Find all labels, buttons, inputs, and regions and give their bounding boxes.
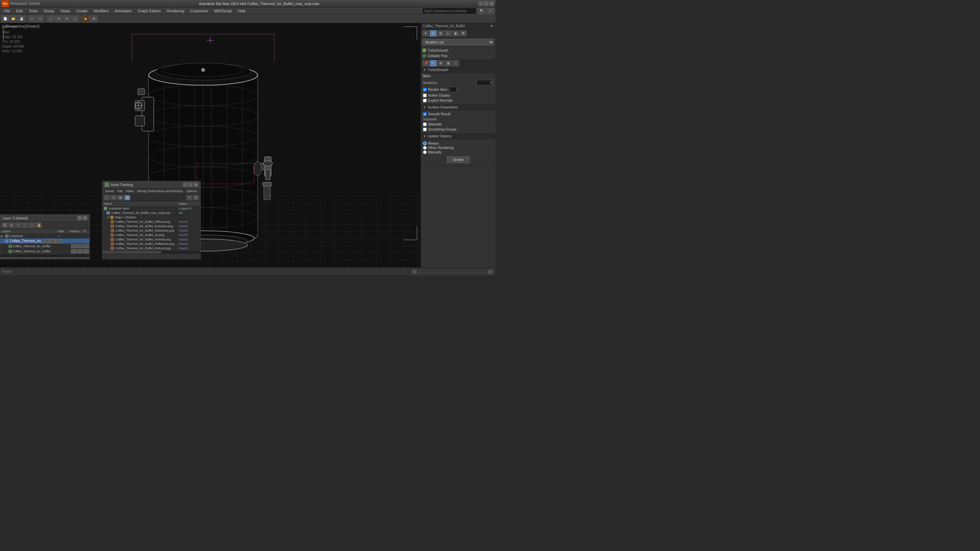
config-icon[interactable]: ⚙ — [437, 60, 444, 66]
modifier-turbosmooth[interactable]: TurboSmooth — [421, 48, 495, 53]
delete-mod-icon[interactable]: 🗑 — [445, 60, 452, 66]
asset-tool-1[interactable]: □ — [104, 195, 110, 200]
move-btn[interactable]: ✛ — [55, 15, 63, 22]
asset-row-ior[interactable]: Coffee_Thermos_for_Buffet_Ior.png Found — [102, 233, 200, 237]
search-input[interactable] — [422, 8, 476, 14]
update-button[interactable]: Update — [447, 156, 469, 163]
display-tab-btn[interactable]: ◉ — [452, 30, 459, 37]
save-btn[interactable]: 💾 — [18, 15, 25, 22]
layers-close-btn[interactable]: ✕ — [83, 216, 88, 221]
layer-row-default[interactable]: ▶ 0 (default) ✓ — [0, 234, 89, 238]
layer-row-thermos[interactable]: ▼ — [0, 238, 89, 244]
render-iters-value[interactable]: 2 — [449, 87, 460, 92]
asset-row-diffuse[interactable]: Coffee_Thermos_for_Buffet_Diffuse.png Fo… — [102, 220, 200, 224]
menu-edit[interactable]: Edit — [14, 8, 25, 14]
menu-tools[interactable]: Tools — [26, 8, 40, 14]
rotate-btn[interactable]: ↻ — [63, 15, 71, 22]
asset-menu-options[interactable]: Options — [185, 189, 198, 193]
layers-down-btn[interactable]: ↓ — [29, 222, 35, 228]
asset-menu-bitmap[interactable]: Bitmap Performance and Memory — [136, 189, 185, 193]
asset-minimize-btn[interactable]: ─ — [183, 182, 188, 187]
asset-menu-file[interactable]: File — [116, 189, 124, 193]
menu-group[interactable]: Group — [41, 8, 57, 14]
asset-row-refract[interactable]: Coffee_Thermos_for_Buffet_Refract.png Fo… — [102, 246, 200, 251]
asset-help-btn[interactable]: ? — [186, 195, 192, 200]
utilities-tab-btn[interactable]: ⚒ — [460, 30, 466, 37]
smoothing-groups-checkbox[interactable] — [423, 127, 427, 131]
timeline[interactable] — [418, 270, 487, 273]
workspace-dropdown[interactable]: Workspace: Default — [10, 2, 40, 5]
scale-btn[interactable]: ⤢ — [72, 15, 79, 22]
always-radio[interactable] — [423, 141, 427, 145]
explicit-normals-checkbox[interactable] — [423, 98, 427, 102]
modify-icon[interactable]: ✎ — [430, 60, 437, 66]
asset-scrollbar-h[interactable] — [102, 251, 200, 253]
redo-btn[interactable]: ↪ — [37, 15, 44, 22]
layer-row-thermos3[interactable]: └ Coffee_Thermos_for_Buffet — [0, 249, 89, 254]
iterations-value[interactable]: 0 — [476, 80, 493, 86]
asset-row-glossines[interactable]: Coffee_Thermos_for_Buffet_Glossines.png … — [102, 229, 200, 233]
menu-maxscript[interactable]: MAXScript — [211, 8, 234, 14]
asset-maximize-btn[interactable]: □ — [188, 182, 193, 187]
layers-scrollbar[interactable] — [0, 254, 89, 259]
search-icon[interactable]: 🔍 — [478, 8, 485, 14]
layer-name-input[interactable] — [9, 239, 43, 243]
asset-row-normal[interactable]: Coffee_Thermos_for_Buffet_Normal.png Fou… — [102, 237, 200, 242]
asset-row-emissive[interactable]: Coffee_Thermos_for_Buffet_Emissive.png F… — [102, 224, 200, 229]
materials-checkbox[interactable] — [423, 122, 427, 126]
hierarchy-tab-btn[interactable]: ⊞ — [437, 30, 444, 37]
layers-add-btn[interactable]: + — [15, 222, 21, 228]
menu-rendering[interactable]: Rendering — [164, 8, 187, 14]
asset-refresh-btn[interactable]: ↻ — [193, 195, 199, 200]
motion-tab-btn[interactable]: ▷ — [445, 30, 452, 37]
layers-lock-btn[interactable]: 🔒 — [36, 222, 42, 228]
when-rendering-radio[interactable] — [423, 146, 427, 150]
asset-close-btn[interactable]: ✕ — [194, 182, 198, 187]
menu-graph-editors[interactable]: Graph Editors — [135, 8, 164, 14]
menu-modifiers[interactable]: Modifiers — [91, 8, 111, 14]
render-btn[interactable]: ▶ — [82, 15, 89, 22]
select-btn[interactable]: ⊹ — [47, 15, 54, 22]
modify-tab-btn[interactable]: ⊡ — [430, 30, 437, 37]
menu-customize[interactable]: Customize — [188, 8, 211, 14]
asset-row-maps-folder[interactable]: ▼ Maps / Shaders — [102, 215, 200, 220]
close-button[interactable]: ✕ — [489, 2, 494, 6]
asset-menu-server[interactable]: Server — [104, 189, 116, 193]
isoline-checkbox[interactable] — [423, 94, 427, 97]
move-up-icon[interactable]: ↑ — [452, 60, 459, 66]
menu-help[interactable]: Help — [235, 8, 248, 14]
help-icon[interactable]: ? — [487, 8, 494, 14]
asset-row-file[interactable]: Coffee_Thermos_for_Buffet_max_vray.max O… — [102, 211, 200, 215]
asset-tool-4[interactable]: ▤ — [124, 195, 130, 200]
menu-views[interactable]: Views — [57, 8, 73, 14]
asset-row-reflection[interactable]: Coffee_Thermos_for_Buffet_Reflection.png… — [102, 242, 200, 246]
layers-up-btn[interactable]: ↑ — [22, 222, 28, 228]
viewport[interactable]: [+][Perspective][Shaded] Total Polys: 28… — [0, 23, 421, 267]
layers-new-btn[interactable]: ☰ — [2, 222, 8, 228]
undo-btn[interactable]: ↩ — [28, 15, 36, 22]
asset-tool-3[interactable]: ⊞ — [118, 195, 124, 200]
menu-create[interactable]: Create — [73, 8, 90, 14]
layers-help-btn[interactable]: ? — [77, 216, 82, 221]
layer-row-thermos2[interactable]: └ Coffee_Thermos_for_Buffet — [0, 244, 89, 249]
new-btn[interactable]: 📄 — [2, 15, 9, 22]
time-slider-end[interactable]: ► — [488, 269, 493, 274]
menu-animation[interactable]: Animation — [112, 8, 134, 14]
minimize-button[interactable]: ─ — [479, 2, 483, 6]
smooth-result-checkbox[interactable] — [423, 112, 427, 116]
render-iters-checkbox[interactable] — [423, 88, 427, 92]
render-settings-btn[interactable]: ⚙ — [90, 15, 98, 22]
asset-menu-paths[interactable]: Paths — [124, 189, 135, 193]
asset-tool-2[interactable]: ≡ — [111, 195, 117, 200]
app-icon[interactable]: 3ds — [2, 0, 9, 7]
modifier-editable-poly[interactable]: Editable Poly — [421, 53, 495, 59]
modifier-list-dropdown[interactable]: Modifier List — [422, 39, 494, 46]
layers-delete-btn[interactable]: ✕ — [8, 222, 14, 228]
asset-row-vault[interactable]: Autodesk Vault Logged O — [102, 206, 200, 211]
open-btn[interactable]: 📂 — [10, 15, 17, 22]
menu-file[interactable]: File — [2, 8, 13, 14]
manually-radio[interactable] — [423, 150, 427, 154]
pin-icon[interactable]: 📌 — [422, 60, 429, 66]
maximize-button[interactable]: □ — [484, 2, 488, 6]
time-slider[interactable]: ◄ — [412, 269, 417, 274]
